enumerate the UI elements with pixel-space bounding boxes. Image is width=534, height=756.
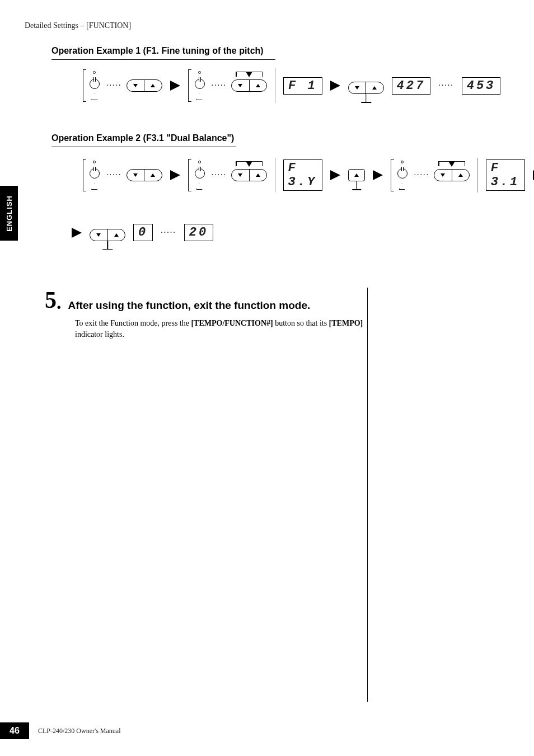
- separator: [275, 68, 275, 103]
- separator: [477, 158, 478, 192]
- seg-display: 427: [392, 77, 431, 95]
- dots: ·····: [414, 171, 430, 180]
- dots: ·····: [212, 81, 227, 90]
- up-button-icon: [348, 169, 365, 181]
- dial-icon: [193, 71, 207, 100]
- rocker-button-icon: [127, 79, 162, 92]
- body-text: button so that its: [273, 319, 329, 327]
- dial-icon: [395, 161, 410, 190]
- arrow-right-icon: [330, 170, 340, 180]
- rocker-button-icon: [348, 82, 384, 94]
- rocker-with-probe: [348, 77, 384, 94]
- arrow-right-icon: [72, 228, 82, 238]
- rocker-button-icon: [90, 229, 125, 241]
- seg-display: F 3.1: [486, 159, 525, 191]
- arrow-right-icon: [373, 170, 383, 180]
- example1-title: Operation Example 1 (F1. Fine tuning of …: [51, 46, 275, 60]
- example2-diagram-row2: 0 ····· 20: [72, 224, 213, 241]
- dots: ·····: [212, 171, 227, 180]
- button-ref: [TEMPO]: [329, 319, 363, 327]
- doc-title: CLP-240/230 Owner's Manual: [38, 727, 120, 735]
- dots: ·····: [106, 81, 122, 90]
- bracket: ·····: [83, 156, 162, 195]
- dots: ·····: [438, 81, 454, 90]
- step-body: To exit the Function mode, press the [TE…: [75, 318, 369, 341]
- example2-diagram-row1: ····· ····· F 3.Y ·····: [83, 156, 534, 195]
- body-text: indicator lights.: [75, 330, 124, 339]
- rocker-button-icon: [434, 169, 470, 181]
- dots: ·····: [161, 228, 176, 237]
- page-number: 46: [0, 722, 29, 739]
- arrow-right-icon: [330, 81, 340, 91]
- example1-diagram: ····· ····· F 1 427 ····· 453: [83, 66, 500, 105]
- press-both-indicator: [231, 169, 267, 181]
- bracket: ·····: [188, 66, 268, 105]
- step-5: 5. After using the function, exit the fu…: [45, 287, 369, 341]
- body-text: To exit the Function mode, press the: [75, 319, 191, 327]
- footer: 46 CLP-240/230 Owner's Manual: [0, 722, 120, 739]
- arrow-right-icon: [170, 170, 180, 180]
- rocker-with-probe: [90, 224, 125, 241]
- press-both-indicator: [231, 79, 267, 92]
- step-number: 5: [45, 287, 57, 313]
- bracket: ·····: [83, 66, 162, 105]
- bracket: ·····: [188, 156, 268, 195]
- bracket: ·····: [391, 156, 470, 195]
- sidebar-rule: [367, 288, 368, 702]
- rocker-button-icon: [127, 169, 162, 181]
- seg-display: 0: [133, 224, 153, 241]
- seg-display: 20: [184, 224, 213, 241]
- press-both-indicator: [434, 169, 470, 181]
- rocker-button-icon: [231, 79, 267, 92]
- rocker-button-icon: [231, 169, 267, 181]
- dots: ·····: [106, 171, 122, 180]
- step-heading: After using the function, exit the funct…: [68, 299, 311, 311]
- separator: [275, 158, 275, 192]
- dial-icon: [87, 161, 102, 190]
- example2-title: Operation Example 2 (F3.1 "Dual Balance"…: [51, 133, 236, 147]
- dial-icon: [193, 161, 207, 190]
- language-tab: ENGLISH: [0, 186, 18, 241]
- running-head: Detailed Settings – [FUNCTION]: [25, 21, 131, 30]
- page: Detailed Settings – [FUNCTION] ENGLISH O…: [0, 0, 534, 756]
- button-ref: [TEMPO/FUNCTION#]: [191, 319, 273, 327]
- language-tab-label: ENGLISH: [5, 195, 13, 232]
- step-number-dot: .: [57, 292, 62, 313]
- seg-display: 453: [462, 77, 501, 95]
- seg-display: F 1: [283, 77, 322, 95]
- arrow-right-icon: [170, 81, 180, 91]
- seg-display: F 3.Y: [283, 159, 322, 191]
- dial-icon: [87, 71, 102, 100]
